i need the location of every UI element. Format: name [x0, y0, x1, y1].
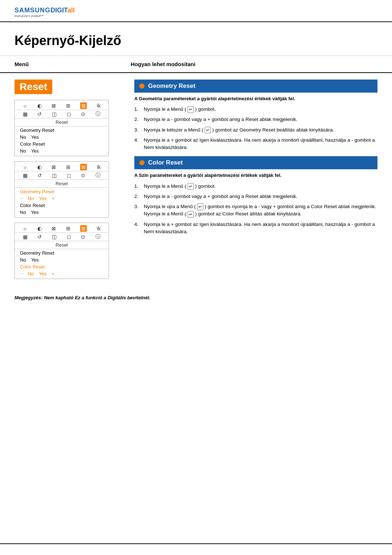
osd-icon-2: ◫ [52, 173, 57, 178]
geometry-step-1: 1. Nyomja le a Menű ( ↵ ) gombot. [134, 106, 377, 113]
panel3-color-sub: − No Yes + [15, 271, 109, 279]
reset-label: Reset [15, 80, 52, 94]
panel3-color-plus: + [52, 271, 54, 276]
panel2-reset-text: Reset [15, 180, 109, 188]
panel2-geo-sub: − No Yes + [15, 195, 109, 202]
panel3-geo-sub: No Yes [15, 257, 109, 263]
panel3-color-label: Color Reset [15, 263, 109, 271]
clock-icon: ⊙ [81, 111, 85, 117]
step-num-g1: 1. [134, 106, 142, 113]
position-icon: ⊞ [66, 103, 70, 109]
icons-row-1b: ▦ ↺ ◫ ◻ ⊙ ⓘ [15, 110, 109, 118]
step-text-g1: Nyomja le a Menű ( ↵ ) gombot. [144, 106, 377, 113]
color-reset-desc: A Szin paramétereket a gyártói alapértel… [134, 172, 377, 179]
panel2-color-no: No [20, 210, 26, 215]
step-text-c2: Nyomja le a - gombot vagy a + gombot ami… [144, 193, 377, 200]
color-steps: 1. Nyomja le a Menű ( ↵ ) gombot. 2. Nyo… [134, 183, 377, 236]
reset-icon-hl: ⊠ [80, 102, 87, 109]
panel1-geo-yes: Yes [31, 134, 39, 140]
geometry-steps: 1. Nyomja le a Menű ( ↵ ) gombot. 2. Nyo… [134, 106, 377, 151]
info-icon: ïk [97, 103, 101, 109]
setup-icon-3: ◻ [67, 234, 71, 240]
position-icon-3: ⊞ [66, 226, 70, 231]
geometry-reset-header: Geometry Reset [134, 80, 377, 93]
brightness-icon-3: ☼ [23, 226, 28, 231]
logo-tagline: everyone's invited™ [15, 14, 44, 18]
brightness-icon-2: ☼ [23, 164, 28, 170]
menu-icon-inline-g3: ↵ [205, 127, 211, 134]
header: SAMSUNG DIGITall everyone's invited™ [0, 0, 392, 22]
panel3-reset-text: Reset [15, 241, 109, 249]
menu-panel-2: ☼ ◐ ⊠ ⊞ ⊠ ïk ▦ ↺ ◫ ◻ ⊙ ⓘ Reset Geometry … [15, 161, 109, 218]
clock-icon-2: ⊙ [81, 173, 85, 178]
logo-samsung: SAMSUNG [15, 7, 50, 14]
geometry-reset-desc: A Geometria paramétereket a gyártói alap… [134, 96, 377, 102]
step-num-g3: 3. [134, 126, 142, 134]
step-text-c3: Nyomja le újra a Menű ( ↵ ) gombot és ny… [144, 203, 377, 218]
page-title-section: Képernyő-Kijelző [0, 22, 392, 56]
panel2-color-label: Color Reset [15, 202, 109, 209]
menu-panel-3: ☼ ◐ ⊠ ⊞ ⊠ ïk ▦ ↺ ◫ ◻ ⊙ ⓘ Reset Geometry … [15, 223, 109, 279]
pic-icon-2: ▦ [23, 173, 28, 178]
panel2-geo-minus: − [20, 196, 23, 201]
exit-icon: ⓘ [95, 111, 101, 117]
panel1-color-sub: No Yes [15, 148, 109, 156]
color-reset-header: Color Reset [134, 156, 377, 169]
icons-row-3b: ▦ ↺ ◫ ◻ ⊙ ⓘ [15, 233, 109, 241]
panel1-geo-sub: No Yes [15, 134, 109, 140]
step-num-c1: 1. [134, 183, 142, 190]
footer-note: Megjegyzés: Nem kapható Ez a funkció a D… [0, 295, 392, 300]
color-step-1: 1. Nyomja le a Menű ( ↵ ) gombot. [134, 183, 377, 190]
left-column: Reset ☼ ◐ ⊠ ⊞ ⊠ ïk ▦ ↺ ◫ ◻ ⊙ ⓘ Reset Geo… [15, 77, 127, 284]
panel2-geo-plus: + [52, 196, 54, 201]
contrast-icon-2: ◐ [37, 164, 42, 170]
col-menu-label: Menű [15, 61, 131, 67]
panel3-color-minus: − [20, 271, 23, 276]
contrast-icon: ◐ [37, 103, 42, 109]
panel3-color-no: No [28, 271, 34, 276]
osd-icon: ◫ [52, 111, 57, 117]
right-column: Geometry Reset A Geometria paramétereket… [127, 77, 377, 284]
page-title: Képernyő-Kijelző [15, 33, 377, 48]
step-num-c4: 4. [134, 221, 142, 236]
image-icon-2: ⊠ [52, 164, 56, 170]
info-icon-3: ïk [97, 226, 101, 231]
reset-icon-hl-2: ⊠ [80, 164, 87, 170]
step-text-c4: Nyomja le a + gombot az Igen kiválasztás… [144, 221, 377, 236]
panel1-geo-no: No [20, 134, 26, 140]
position-icon-2: ⊞ [66, 164, 70, 170]
panel2-geo-no: No [28, 196, 34, 201]
step-text-g2: Nyomja le a - gombot vagy a + gombot ami… [144, 116, 377, 123]
panel2-geo-yes: Yes [39, 196, 46, 201]
logo-area: SAMSUNG DIGITall everyone's invited™ [15, 7, 377, 18]
geometry-reset-title: Geometry Reset [148, 82, 195, 90]
color-icon: ↺ [37, 111, 42, 117]
image-icon: ⊠ [52, 103, 56, 109]
osd-icon-3: ◫ [52, 234, 57, 240]
menu-panel-1: ☼ ◐ ⊠ ⊞ ⊠ ïk ▦ ↺ ◫ ◻ ⊙ ⓘ Reset Geometry … [15, 100, 109, 156]
panel2-color-yes: Yes [31, 210, 39, 215]
panel3-color-yes: Yes [39, 271, 46, 276]
color-dot [139, 160, 144, 165]
color-step-2: 2. Nyomja le a - gombot vagy a + gombot … [134, 193, 377, 200]
icons-row-3a: ☼ ◐ ⊠ ⊞ ⊠ ïk [15, 223, 109, 233]
step-text-g4: Nyomja le a + gombot az Igen kiválasztás… [144, 137, 377, 151]
menu-icon-inline-c3a: ↵ [197, 203, 203, 210]
geometry-dot [139, 84, 144, 89]
color-icon-3: ↺ [37, 234, 42, 240]
icons-row-2b: ▦ ↺ ◫ ◻ ⊙ ⓘ [15, 171, 109, 180]
reset-icon-hl-3: ⊠ [80, 225, 87, 232]
column-headers: Menű Hogyan lehet modositani [0, 56, 392, 73]
logo-digit: DIGITall [50, 7, 75, 14]
step-num-c2: 2. [134, 193, 142, 200]
exit-icon-3: ⓘ [95, 234, 101, 240]
setup-icon-2: ◻ [67, 173, 71, 178]
color-icon-2: ↺ [37, 173, 42, 178]
main-content: Reset ☼ ◐ ⊠ ⊞ ⊠ ïk ▦ ↺ ◫ ◻ ⊙ ⓘ Reset Geo… [0, 77, 392, 284]
panel2-geo-label: Geometry Reset [15, 188, 109, 195]
panel3-geo-no: No [20, 257, 26, 263]
pic-icon: ▦ [23, 111, 28, 117]
menu-icon-inline-c3b: ↵ [188, 211, 194, 218]
step-num-c3: 3. [134, 203, 142, 218]
brightness-icon: ☼ [23, 103, 28, 109]
